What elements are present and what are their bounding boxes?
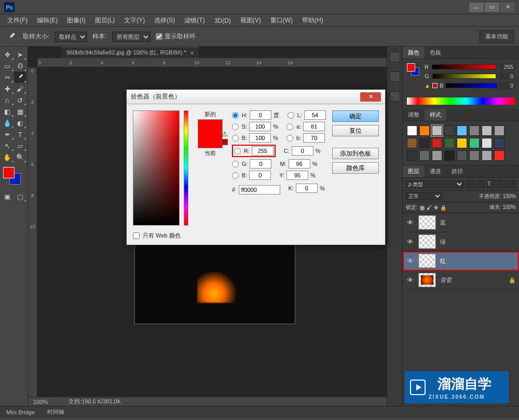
- input-l[interactable]: [304, 110, 326, 120]
- eraser-tool[interactable]: ◧: [1, 106, 14, 117]
- saturation-value-field[interactable]: [133, 110, 180, 226]
- style-swatch[interactable]: [444, 150, 455, 161]
- input-m[interactable]: [289, 159, 310, 169]
- dialog-titlebar[interactable]: 拾色器（前景色） ✕: [127, 90, 385, 104]
- menu-help[interactable]: 帮助(H): [298, 15, 327, 26]
- style-swatch[interactable]: [444, 125, 455, 136]
- spectrum-strip[interactable]: [407, 97, 515, 105]
- close-tab-icon[interactable]: ×: [190, 50, 194, 56]
- dock-icon-3[interactable]: [390, 91, 400, 102]
- blend-mode-select[interactable]: 正常: [406, 192, 442, 200]
- tab-swatches[interactable]: 色板: [425, 47, 446, 59]
- lock-trans-icon[interactable]: ▦: [420, 205, 425, 211]
- color-swatches[interactable]: [3, 167, 24, 186]
- style-swatch[interactable]: [407, 138, 417, 148]
- show-sampling-ring-checkbox[interactable]: [156, 33, 162, 40]
- history-brush-tool[interactable]: ↺: [14, 94, 27, 106]
- visibility-toggle[interactable]: 👁: [406, 257, 414, 265]
- layer-row[interactable]: 👁 红: [403, 251, 519, 271]
- ok-button[interactable]: 确定: [332, 110, 379, 122]
- input-y[interactable]: [286, 171, 308, 180]
- opacity-value[interactable]: 100%: [502, 193, 516, 199]
- input-b[interactable]: [249, 171, 271, 180]
- input-g[interactable]: [250, 159, 271, 169]
- quickmask-toggle[interactable]: ▣: [1, 191, 14, 202]
- layer-name[interactable]: 红: [440, 257, 446, 265]
- input-k[interactable]: [296, 184, 318, 193]
- style-swatch[interactable]: [432, 125, 442, 136]
- tab-layers[interactable]: 图层: [403, 165, 425, 177]
- screen-mode-toggle[interactable]: ▢: [14, 191, 27, 202]
- radio-s[interactable]: [232, 123, 239, 130]
- input-c[interactable]: [292, 146, 313, 156]
- style-swatch[interactable]: [482, 138, 492, 148]
- visibility-toggle[interactable]: 👁: [406, 276, 414, 284]
- marquee-tool[interactable]: ▭: [1, 60, 14, 72]
- filter-smart-icon[interactable]: [508, 180, 516, 188]
- style-swatch[interactable]: [432, 150, 442, 161]
- pen-tool[interactable]: ✒: [1, 129, 14, 140]
- style-swatch[interactable]: [457, 125, 467, 136]
- gamut-warning-icon[interactable]: ⚠: [222, 130, 228, 138]
- menu-select[interactable]: 选择(S): [150, 15, 179, 26]
- layer-name[interactable]: 蓝: [440, 219, 446, 227]
- style-swatch[interactable]: [482, 125, 492, 136]
- style-swatch[interactable]: [494, 138, 504, 148]
- type-tool[interactable]: T: [14, 129, 27, 140]
- layer-thumbnail[interactable]: [418, 234, 436, 249]
- window-maximize[interactable]: ▭: [485, 3, 499, 12]
- radio-a[interactable]: [286, 123, 293, 130]
- lock-paint-icon[interactable]: 🖌: [427, 205, 432, 211]
- style-swatch[interactable]: [482, 150, 492, 161]
- radio-b[interactable]: [232, 172, 239, 179]
- sample-layers-select[interactable]: 所有图层: [112, 32, 151, 42]
- hand-tool[interactable]: ✋: [1, 151, 14, 163]
- style-swatch[interactable]: [419, 138, 430, 148]
- stamp-tool[interactable]: ⎌: [1, 94, 14, 106]
- layer-name[interactable]: 背景: [440, 276, 452, 284]
- style-swatch[interactable]: [432, 138, 442, 148]
- dodge-tool[interactable]: ◐: [14, 117, 27, 129]
- radio-g[interactable]: [232, 161, 239, 167]
- layer-thumbnail[interactable]: [418, 273, 436, 287]
- input-a[interactable]: [303, 122, 325, 131]
- tab-paths[interactable]: 路径: [446, 165, 468, 177]
- foreground-swatch[interactable]: [3, 167, 15, 178]
- style-swatch[interactable]: [407, 125, 417, 136]
- add-swatch-button[interactable]: 添加到色板: [332, 148, 379, 159]
- blur-tool[interactable]: 💧: [1, 117, 14, 129]
- style-swatch[interactable]: [457, 138, 467, 148]
- layer-thumbnail[interactable]: [418, 215, 436, 230]
- filter-type-icon[interactable]: T: [487, 180, 495, 188]
- r-value[interactable]: 255: [499, 63, 515, 71]
- fill-value[interactable]: 100%: [502, 204, 516, 210]
- style-swatch[interactable]: [457, 150, 467, 161]
- input-h[interactable]: [250, 110, 271, 120]
- layer-thumbnail[interactable]: [418, 254, 436, 268]
- path-select-tool[interactable]: ➤: [14, 49, 27, 60]
- input-r[interactable]: [252, 146, 274, 156]
- tab-styles[interactable]: 样式: [425, 109, 446, 121]
- gradient-tool[interactable]: ▦: [14, 106, 27, 117]
- style-swatch[interactable]: [494, 150, 504, 161]
- filter-pixel-icon[interactable]: [466, 180, 474, 188]
- tab-color[interactable]: 颜色: [403, 47, 425, 59]
- reset-button[interactable]: 复位: [332, 125, 379, 136]
- input-bh[interactable]: [249, 133, 271, 143]
- window-minimize[interactable]: —: [469, 3, 484, 12]
- style-swatch[interactable]: [469, 150, 480, 161]
- menu-image[interactable]: 图像(I): [63, 15, 89, 26]
- lock-all-icon[interactable]: 🔒: [440, 205, 446, 211]
- style-swatch[interactable]: [419, 150, 430, 161]
- dialog-close-button[interactable]: ✕: [360, 92, 381, 102]
- shape-tool[interactable]: ▱: [14, 140, 27, 151]
- menu-window[interactable]: 窗口(W): [266, 15, 297, 26]
- style-swatch[interactable]: [444, 138, 455, 148]
- gamut-color[interactable]: [222, 139, 228, 145]
- filter-shape-icon[interactable]: [497, 180, 506, 188]
- input-lab-b[interactable]: [303, 133, 325, 143]
- menu-3d[interactable]: 3D(D): [210, 16, 235, 25]
- radio-bh[interactable]: [232, 135, 239, 142]
- style-swatch[interactable]: [419, 125, 430, 136]
- brush-tool[interactable]: 🖌: [14, 83, 27, 94]
